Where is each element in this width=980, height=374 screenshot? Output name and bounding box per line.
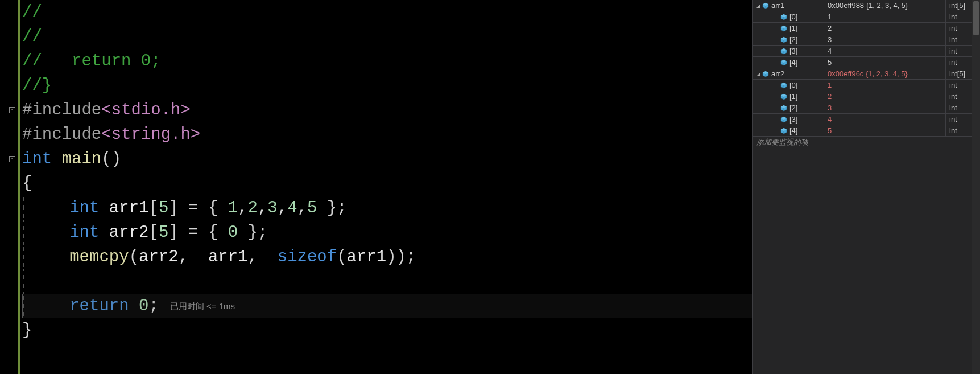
code-line[interactable]: int arr2[5] = { 0 }; bbox=[22, 220, 752, 245]
perf-tooltip: 已用时间 <= 1ms bbox=[170, 294, 235, 318]
watch-value-cell[interactable]: 5 bbox=[824, 125, 946, 136]
code-token: int bbox=[69, 196, 109, 220]
watch-scrollbar[interactable] bbox=[972, 0, 980, 374]
code-line[interactable]: //} bbox=[22, 73, 752, 98]
code-line[interactable]: int main() bbox=[22, 147, 752, 171]
watch-row[interactable]: ◢arr20x00eff96c {1, 2, 3, 4, 5}int[5] bbox=[753, 68, 980, 80]
expander-icon[interactable]: ◢ bbox=[755, 71, 761, 77]
code-token: , bbox=[258, 196, 267, 220]
code-token: }; bbox=[317, 196, 346, 220]
code-token: )); bbox=[386, 245, 416, 269]
code-token: int bbox=[22, 147, 62, 171]
code-line[interactable] bbox=[22, 269, 752, 294]
code-line[interactable]: #include<string.h> bbox=[22, 122, 752, 147]
fold-toggle-icon[interactable]: - bbox=[9, 156, 15, 162]
watch-row[interactable]: ◢[1]2int bbox=[753, 91, 980, 102]
watch-name-cell[interactable]: ◢[3] bbox=[753, 114, 824, 125]
variable-icon bbox=[780, 14, 787, 20]
variable-icon bbox=[780, 105, 787, 112]
code-token: [ bbox=[148, 196, 158, 220]
code-token: 5 bbox=[159, 196, 168, 220]
variable-icon bbox=[780, 59, 787, 66]
watch-value-cell[interactable]: 4 bbox=[824, 114, 946, 125]
code-token: 3 bbox=[267, 196, 277, 220]
watch-name-cell[interactable]: ◢[3] bbox=[753, 46, 824, 56]
watch-name-cell[interactable]: ◢[2] bbox=[753, 34, 824, 45]
watch-row[interactable]: ◢[4]5int bbox=[753, 57, 980, 68]
code-token: // return 0; bbox=[22, 49, 161, 73]
expander-icon[interactable]: ◢ bbox=[755, 3, 761, 9]
code-token: , bbox=[297, 196, 307, 220]
code-token: main bbox=[62, 147, 102, 171]
indent-guide bbox=[23, 294, 34, 318]
watch-name-cell[interactable]: ◢[0] bbox=[753, 11, 824, 22]
watch-name-cell[interactable]: ◢[4] bbox=[753, 125, 824, 136]
code-content[interactable]: ////// return 0;//}#include<stdio.h>#inc… bbox=[18, 0, 752, 374]
watch-var-name: [0] bbox=[789, 13, 797, 21]
code-line[interactable]: #include<stdio.h> bbox=[22, 98, 752, 122]
code-line[interactable]: // return 0; bbox=[22, 49, 752, 73]
code-line[interactable]: // bbox=[22, 24, 752, 49]
watch-panel: ◢arr10x00eff988 {1, 2, 3, 4, 5}int[5]◢[0… bbox=[752, 0, 980, 374]
code-token: [ bbox=[148, 220, 158, 245]
watch-var-name: [1] bbox=[789, 92, 797, 101]
code-line[interactable]: { bbox=[22, 171, 752, 196]
watch-name-cell[interactable]: ◢[1] bbox=[753, 91, 824, 102]
watch-name-cell[interactable]: ◢[2] bbox=[753, 102, 824, 113]
watch-name-cell[interactable]: ◢[4] bbox=[753, 57, 824, 68]
watch-row[interactable]: ◢[1]2int bbox=[753, 23, 980, 34]
code-token: <stdio.h> bbox=[101, 98, 191, 122]
watch-value-cell[interactable]: 4 bbox=[824, 46, 946, 56]
code-token: , bbox=[248, 245, 278, 269]
watch-name-cell[interactable]: ◢[0] bbox=[753, 80, 824, 91]
watch-var-name: [2] bbox=[789, 35, 797, 44]
watch-name-cell[interactable]: ◢arr2 bbox=[753, 68, 824, 79]
watch-var-name: [3] bbox=[789, 115, 797, 124]
watch-value-cell[interactable]: 1 bbox=[824, 11, 946, 22]
watch-value-cell[interactable]: 1 bbox=[824, 80, 946, 91]
code-token: , bbox=[179, 245, 208, 269]
code-token: }; bbox=[238, 220, 267, 245]
watch-var-name: [2] bbox=[789, 104, 797, 112]
watch-name-cell[interactable]: ◢[1] bbox=[753, 23, 824, 34]
watch-value-cell[interactable]: 3 bbox=[824, 102, 946, 113]
watch-row[interactable]: ◢[0]1int bbox=[753, 80, 980, 91]
code-token: 5 bbox=[159, 220, 168, 245]
variable-icon bbox=[780, 128, 787, 134]
watch-row[interactable]: ◢[2]3int bbox=[753, 102, 980, 114]
code-line[interactable]: } bbox=[22, 318, 752, 343]
code-line[interactable]: return 0;已用时间 <= 1ms bbox=[22, 294, 752, 318]
watch-value-cell[interactable]: 5 bbox=[824, 57, 946, 68]
watch-row[interactable]: ◢[0]1int bbox=[753, 11, 980, 23]
variable-icon bbox=[762, 71, 769, 77]
watch-value-cell[interactable]: 0x00eff96c {1, 2, 3, 4, 5} bbox=[824, 68, 946, 79]
watch-row[interactable]: ◢[2]3int bbox=[753, 34, 980, 46]
watch-var-name: [4] bbox=[789, 58, 797, 67]
code-token: // bbox=[22, 0, 42, 24]
code-token: 0 bbox=[228, 220, 238, 245]
watch-name-cell[interactable]: ◢arr1 bbox=[753, 0, 824, 11]
watch-value-cell[interactable]: 2 bbox=[824, 91, 946, 102]
watch-value-cell[interactable]: 0x00eff988 {1, 2, 3, 4, 5} bbox=[824, 0, 946, 11]
watch-row[interactable]: ◢[3]4int bbox=[753, 114, 980, 125]
variable-icon bbox=[780, 116, 787, 123]
code-line[interactable]: memcpy(arr2, arr1, sizeof(arr1)); bbox=[22, 245, 752, 269]
code-line[interactable]: int arr1[5] = { 1,2,3,4,5 }; bbox=[22, 196, 752, 220]
code-editor[interactable]: -- ////// return 0;//}#include<stdio.h>#… bbox=[0, 0, 752, 374]
watch-row[interactable]: ◢[4]5int bbox=[753, 125, 980, 137]
variable-icon bbox=[780, 93, 787, 100]
watch-scrollbar-thumb[interactable] bbox=[973, 1, 979, 35]
code-token: , bbox=[238, 196, 247, 220]
watch-value-cell[interactable]: 3 bbox=[824, 34, 946, 45]
code-token: () bbox=[101, 147, 121, 171]
code-line[interactable]: // bbox=[22, 0, 752, 24]
code-token: // bbox=[22, 24, 42, 49]
code-token: } bbox=[22, 318, 32, 343]
watch-row[interactable]: ◢arr10x00eff988 {1, 2, 3, 4, 5}int[5] bbox=[753, 0, 980, 11]
add-watch-input[interactable]: 添加要监视的项 bbox=[753, 137, 980, 148]
watch-value-cell[interactable]: 2 bbox=[824, 23, 946, 34]
watch-row[interactable]: ◢[3]4int bbox=[753, 46, 980, 57]
code-token: ] = { bbox=[168, 196, 228, 220]
code-token: 1 bbox=[228, 196, 238, 220]
fold-toggle-icon[interactable]: - bbox=[9, 107, 15, 113]
